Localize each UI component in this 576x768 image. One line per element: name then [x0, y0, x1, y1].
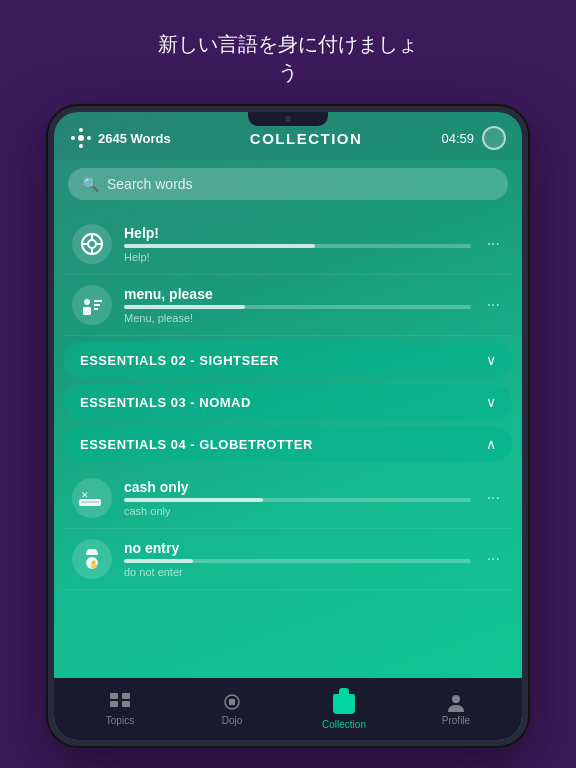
- app-screen: 2645 Words COLLECTION 04:59 🔍 Search wor…: [54, 112, 522, 740]
- word-icon-noentry: ✋: [72, 539, 112, 579]
- progress-bar: [124, 498, 263, 502]
- section-header-04[interactable]: ESSENTIALS 04 - GLOBETROTTER ∧: [64, 426, 512, 462]
- word-icon-help: [72, 224, 112, 264]
- search-container: 🔍 Search words: [54, 160, 522, 214]
- camera: [285, 116, 291, 122]
- progress-bar-wrap: [124, 498, 471, 502]
- progress-bar-wrap: [124, 305, 471, 309]
- tab-profile-label: Profile: [442, 715, 470, 726]
- svg-point-3: [71, 136, 75, 140]
- tab-topics-label: Topics: [106, 715, 134, 726]
- word-title: menu, please: [124, 286, 471, 302]
- list-item: ✋ no entry do not enter ···: [64, 529, 512, 590]
- progress-bar: [124, 305, 245, 309]
- word-title: cash only: [124, 479, 471, 495]
- word-title: Help!: [124, 225, 471, 241]
- section-label: ESSENTIALS 04 - GLOBETROTTER: [80, 437, 313, 452]
- tab-collection[interactable]: Collection: [288, 682, 400, 736]
- timer-circle[interactable]: [482, 126, 506, 150]
- header-title: COLLECTION: [250, 130, 363, 147]
- word-list: Help! Help! ···: [54, 214, 522, 678]
- search-icon: 🔍: [82, 176, 99, 192]
- progress-bar-wrap: [124, 559, 471, 563]
- progress-bar: [124, 244, 315, 248]
- chevron-up-icon: ∧: [486, 436, 496, 452]
- progress-bar: [124, 559, 193, 563]
- progress-bar-wrap: [124, 244, 471, 248]
- list-item: ✕ cash only cash only ···: [64, 468, 512, 529]
- svg-text:✕: ✕: [81, 490, 89, 500]
- svg-point-2: [79, 144, 83, 148]
- word-title: no entry: [124, 540, 471, 556]
- word-info-cash: cash only cash only: [124, 479, 471, 517]
- section-label: ESSENTIALS 03 - NOMAD: [80, 395, 251, 410]
- svg-point-4: [87, 136, 91, 140]
- words-count: 2645 Words: [98, 131, 171, 146]
- word-info-noentry: no entry do not enter: [124, 540, 471, 578]
- search-placeholder: Search words: [107, 176, 193, 192]
- word-menu-button[interactable]: ···: [483, 546, 504, 572]
- list-item: menu, please Menu, please! ···: [64, 275, 512, 336]
- device-frame: 2645 Words COLLECTION 04:59 🔍 Search wor…: [48, 106, 528, 746]
- word-menu-button[interactable]: ···: [483, 485, 504, 511]
- tab-dojo[interactable]: Dojo: [176, 686, 288, 732]
- section-label: ESSENTIALS 02 - SIGHTSEER: [80, 353, 279, 368]
- svg-rect-22: [110, 701, 118, 707]
- word-subtitle: cash only: [124, 505, 471, 517]
- chevron-down-icon: ∨: [486, 352, 496, 368]
- word-info-menu: menu, please Menu, please!: [124, 286, 471, 324]
- svg-rect-23: [122, 693, 130, 699]
- chevron-down-icon: ∨: [486, 394, 496, 410]
- word-subtitle: do not enter: [124, 566, 471, 578]
- svg-rect-26: [229, 699, 235, 705]
- tab-profile[interactable]: Profile: [400, 686, 512, 732]
- svg-point-6: [88, 240, 96, 248]
- svg-point-27: [452, 695, 460, 703]
- word-subtitle: Help!: [124, 251, 471, 263]
- section-header-03[interactable]: ESSENTIALS 03 - NOMAD ∨: [64, 384, 512, 420]
- search-bar[interactable]: 🔍 Search words: [68, 168, 508, 200]
- svg-rect-11: [83, 307, 91, 315]
- svg-rect-21: [110, 693, 118, 699]
- word-info-help: Help! Help!: [124, 225, 471, 263]
- word-menu-button[interactable]: ···: [483, 231, 504, 257]
- timer-display: 04:59: [441, 131, 474, 146]
- word-subtitle: Menu, please!: [124, 312, 471, 324]
- list-item: Help! Help! ···: [64, 214, 512, 275]
- svg-point-1: [79, 128, 83, 132]
- page-title: 新しい言語を身に付けましょ う: [0, 0, 576, 106]
- tab-collection-label: Collection: [322, 719, 366, 730]
- header-right: 04:59: [441, 126, 506, 150]
- svg-point-0: [78, 135, 84, 141]
- tab-bar: Topics Dojo Collection: [54, 678, 522, 740]
- svg-point-12: [84, 299, 90, 305]
- app-logo: [70, 127, 92, 149]
- svg-rect-24: [122, 701, 130, 707]
- device-notch: [248, 112, 328, 126]
- section-header-02[interactable]: ESSENTIALS 02 - SIGHTSEER ∨: [64, 342, 512, 378]
- word-icon-menu: [72, 285, 112, 325]
- tab-topics[interactable]: Topics: [64, 686, 176, 732]
- header-left: 2645 Words: [70, 127, 171, 149]
- tab-dojo-label: Dojo: [222, 715, 243, 726]
- svg-text:✋: ✋: [89, 559, 99, 569]
- word-icon-cash: ✕: [72, 478, 112, 518]
- word-menu-button[interactable]: ···: [483, 292, 504, 318]
